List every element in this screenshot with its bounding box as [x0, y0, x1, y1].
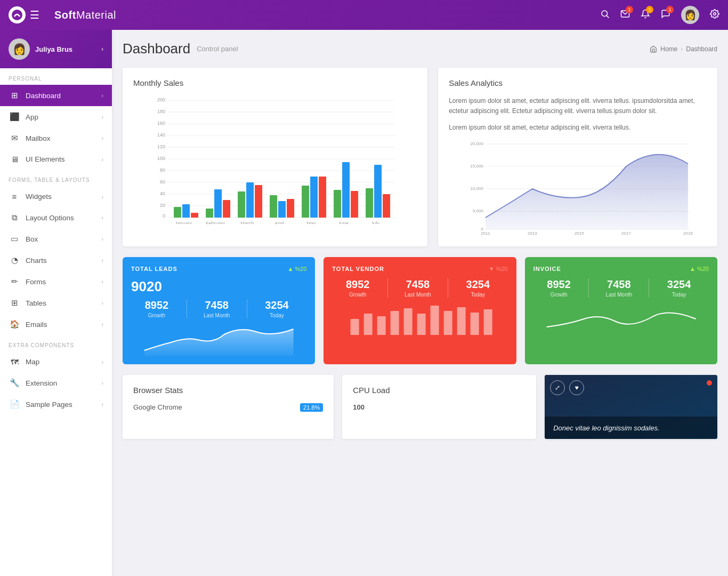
invoice-mini-chart [533, 303, 709, 335]
vendor-today-value: 3254 [452, 278, 504, 291]
total-leads-mini-chart [131, 324, 306, 356]
search-button[interactable] [600, 9, 610, 21]
chevron-right-icon: › [101, 135, 103, 141]
sidebar-item-map[interactable]: 🗺 Map › [0, 351, 112, 372]
vendor-lm-value: 7458 [392, 278, 443, 291]
sidebar-item-label: Layout Options [26, 214, 101, 222]
svg-rect-45 [366, 188, 373, 218]
svg-text:20: 20 [160, 203, 165, 208]
browser-name: Google Chrome [133, 403, 300, 411]
username: Juliya Brus [35, 45, 96, 53]
svg-text:January: January [175, 221, 192, 224]
bell-button[interactable]: 1 [641, 9, 650, 21]
chevron-right-icon: › [101, 359, 103, 365]
growth-label: Growth [131, 313, 182, 318]
total-vendor-mini-chart [332, 303, 507, 335]
sidebar-item-label: Dashboard [26, 92, 101, 100]
sidebar: 👩 Juliya Brus › PERSONAL ⊞ Dashboard › ⬛… [0, 30, 112, 576]
chevron-right-icon: › [101, 401, 103, 407]
sidebar-item-dashboard[interactable]: ⊞ Dashboard › [0, 85, 112, 106]
app-name: SoftMaterial [54, 9, 116, 21]
svg-rect-47 [383, 194, 390, 218]
svg-text:160: 160 [157, 121, 165, 126]
avatar: 👩 [9, 38, 30, 60]
sidebar-item-tables[interactable]: ⊞ Tables › [0, 292, 112, 314]
svg-text:60: 60 [160, 179, 165, 185]
page-title: Dashboard [123, 41, 190, 57]
today-value: 3254 [252, 299, 303, 311]
stat-num-growth: 8952 Growth [131, 299, 187, 318]
sidebar-item-sample-pages[interactable]: 📄 Sample Pages › [0, 394, 112, 415]
sidebar-item-app[interactable]: ⬛ App › [0, 106, 112, 127]
sidebar-item-box[interactable]: ▭ Box › [0, 228, 112, 250]
invoice-growth-value: 8952 [533, 278, 585, 291]
expand-button[interactable]: ⤢ [550, 380, 565, 395]
today-label: Today [252, 313, 303, 318]
page-title-wrap: Dashboard Control panel [123, 41, 238, 57]
total-leads-main-value: 9020 [131, 278, 306, 295]
sidebar-item-widgets[interactable]: ≡ Widgets › [0, 186, 112, 207]
svg-text:2015: 2015 [575, 231, 584, 236]
chat-badge: 1 [666, 6, 674, 13]
sales-analytics-title: Sales Analytics [449, 78, 707, 87]
vendor-today-label: Today [452, 292, 504, 298]
mail-button[interactable]: 1 [620, 9, 630, 21]
forms-icon: ✏ [9, 277, 20, 286]
svg-rect-75 [417, 314, 426, 335]
last-month-label: Last Month [191, 313, 242, 318]
chevron-right-icon: › [101, 300, 103, 306]
layout-icon: ⧉ [9, 213, 20, 222]
vendor-stat-growth: 8952 Growth [332, 278, 388, 298]
bottom-row: Browser Stats Google Chrome 21.8% CPU Lo… [123, 375, 717, 439]
box-icon: ▭ [9, 234, 20, 244]
sidebar-item-forms[interactable]: ✏ Forms › [0, 271, 112, 292]
media-card: ⤢ ♥ Donec vitae leo dignissim sodales. [545, 375, 717, 439]
sidebar-item-layout[interactable]: ⧉ Layout Options › [0, 207, 112, 228]
svg-text:May: May [307, 221, 317, 224]
nav-icons: 1 1 1 👩 [600, 6, 719, 24]
sidebar-item-label: Forms [26, 278, 101, 286]
sidebar-item-label: Emails [26, 321, 101, 329]
svg-rect-29 [191, 213, 198, 218]
sidebar-user[interactable]: 👩 Juliya Brus › [0, 30, 112, 68]
sidebar-item-charts[interactable]: ◔ Charts › [0, 250, 112, 271]
breadcrumb-home[interactable]: Home [660, 45, 677, 53]
cpu-load-value: 100 [353, 403, 525, 411]
sidebar-item-mailbox[interactable]: ✉ Mailbox › [0, 127, 112, 149]
sidebar-item-label: App [26, 113, 101, 121]
sidebar-item-ui-elements[interactable]: 🖥 UI Elements › [0, 149, 112, 170]
svg-text:200: 200 [157, 97, 165, 102]
settings-button[interactable] [710, 9, 719, 21]
extension-icon: 🔧 [9, 378, 20, 388]
chat-button[interactable]: 1 [661, 9, 670, 21]
svg-rect-40 [310, 177, 318, 218]
sidebar-section-personal: PERSONAL ⊞ Dashboard › ⬛ App › ✉ Mailbox… [0, 68, 112, 170]
svg-text:15,000: 15,000 [471, 164, 484, 169]
sidebar-item-emails[interactable]: 🏠 Emails › [0, 314, 112, 335]
svg-text:March: March [241, 221, 254, 224]
page-subtitle: Control panel [197, 45, 238, 53]
total-vendor-badge: ▼ %20 [489, 266, 508, 272]
svg-rect-43 [342, 162, 350, 218]
invoice-stat-today: 3254 Today [649, 278, 709, 298]
map-icon: 🗺 [9, 357, 20, 366]
invoice-lm-value: 7458 [593, 278, 644, 291]
total-leads-numbers: 8952 Growth 7458 Last Month 3254 Today [131, 299, 306, 318]
vendor-growth-label: Growth [332, 292, 383, 298]
stat-card-header: TOTAL VENDOR ▼ %20 [332, 266, 507, 272]
svg-rect-38 [287, 199, 294, 218]
svg-rect-46 [374, 165, 382, 218]
sidebar-item-extension[interactable]: 🔧 Extension › [0, 372, 112, 394]
chevron-right-icon: › [101, 236, 103, 242]
app-icon: ⬛ [9, 112, 20, 122]
hamburger-button[interactable]: ☰ [30, 9, 39, 21]
chevron-right-icon: › [101, 321, 103, 327]
svg-rect-36 [270, 195, 277, 218]
sidebar-item-label: Extension [26, 379, 101, 387]
invoice-lm-label: Last Month [593, 292, 644, 298]
stat-num-today: 3254 Today [247, 299, 307, 318]
user-avatar-button[interactable]: 👩 [681, 6, 699, 24]
svg-rect-42 [334, 190, 341, 218]
invoice-chart-svg [533, 303, 709, 335]
favorite-button[interactable]: ♥ [569, 380, 584, 395]
